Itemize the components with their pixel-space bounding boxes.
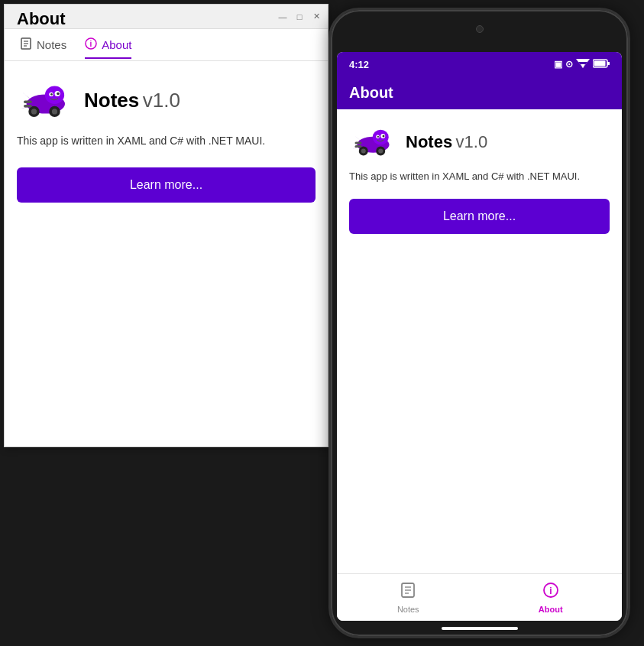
phone-app-name: Notes — [406, 132, 452, 151]
learn-more-button[interactable]: Learn more... — [17, 167, 316, 203]
svg-rect-18 — [24, 101, 32, 104]
close-button[interactable]: ✕ — [311, 11, 322, 22]
window-title: About — [17, 9, 66, 29]
bottom-nav-about-label: About — [539, 605, 563, 614]
svg-rect-24 — [607, 62, 610, 65]
svg-point-35 — [361, 149, 366, 154]
svg-point-31 — [377, 136, 379, 138]
phone-app-title: About — [349, 84, 393, 101]
notes-tab-label: Notes — [37, 38, 66, 51]
battery-icon — [593, 59, 610, 70]
svg-rect-39 — [355, 145, 362, 148]
svg-rect-25 — [594, 60, 606, 66]
svg-point-7 — [45, 86, 64, 104]
phone-screen: 4:12 ▣ ⊙ — [337, 52, 622, 621]
maximize-button[interactable]: □ — [294, 11, 305, 22]
status-time: 4:12 — [349, 59, 369, 70]
phone-learn-more-button[interactable]: Learn more... — [349, 199, 610, 234]
phone-app-bar: About — [337, 76, 622, 109]
about-tab-icon: i — [85, 37, 97, 52]
svg-point-17 — [52, 109, 57, 114]
app-version: v1.0 — [143, 89, 180, 112]
svg-rect-38 — [355, 142, 362, 144]
phone-frame: 4:12 ▣ ⊙ — [328, 8, 630, 638]
svg-rect-19 — [24, 105, 32, 108]
notes-tab-icon — [20, 37, 32, 52]
tab-bar: Notes i About — [5, 29, 328, 61]
phone-app-header: Notes v1.0 — [349, 125, 610, 159]
bottom-nav-notes-label: Notes — [397, 605, 419, 614]
phone-app-version: v1.0 — [456, 132, 488, 151]
status-bar: 4:12 ▣ ⊙ — [337, 52, 622, 76]
tab-notes[interactable]: Notes — [11, 31, 76, 58]
svg-point-37 — [378, 149, 383, 154]
svg-point-29 — [383, 135, 385, 138]
phone-app-title-group: Notes v1.0 — [406, 132, 487, 152]
phone-mascot-icon — [349, 125, 395, 159]
app-name: Notes — [84, 89, 139, 112]
tab-about[interactable]: i About — [76, 31, 141, 58]
window-body: Notes i About — [5, 29, 328, 446]
svg-point-15 — [31, 109, 37, 114]
bottom-nav: Notes i About — [337, 573, 622, 621]
bottom-nav-about-icon: i — [542, 582, 559, 602]
mascot-icon — [17, 80, 72, 122]
window-controls: — □ ✕ — [277, 11, 322, 22]
phone-content: Notes v1.0 This app is written in XAML a… — [337, 109, 622, 573]
svg-marker-22 — [581, 64, 585, 68]
notification-icon: ▣ — [554, 59, 562, 70]
minimize-button[interactable]: — — [277, 11, 288, 22]
bottom-nav-notes-icon — [400, 582, 416, 602]
svg-text:i: i — [549, 586, 552, 596]
window-content: Notes v1.0 This app is written in XAML a… — [5, 61, 328, 446]
svg-point-9 — [57, 93, 60, 96]
app-title-group: Notes v1.0 — [84, 89, 180, 112]
svg-text:i: i — [90, 40, 92, 48]
desktop-window: About — □ ✕ Notes — [4, 4, 328, 447]
clock-icon: ⊙ — [565, 59, 573, 70]
phone-home-bar — [442, 627, 518, 630]
phone-camera — [476, 25, 484, 33]
about-tab-label: About — [102, 38, 131, 51]
app-header: Notes v1.0 — [17, 80, 316, 122]
phone-app-description: This app is written in XAML and C# with … — [349, 170, 610, 183]
app-description: This app is written in XAML and C# with … — [17, 134, 316, 149]
bottom-nav-about[interactable]: i About — [480, 582, 623, 614]
status-icons: ▣ ⊙ — [554, 59, 610, 70]
phone-container: 4:12 ▣ ⊙ — [328, 8, 630, 638]
bottom-nav-notes[interactable]: Notes — [337, 582, 480, 614]
window-titlebar: About — □ ✕ — [5, 5, 328, 29]
wifi-icon — [576, 59, 590, 70]
svg-point-11 — [50, 93, 53, 96]
svg-point-27 — [373, 130, 389, 145]
